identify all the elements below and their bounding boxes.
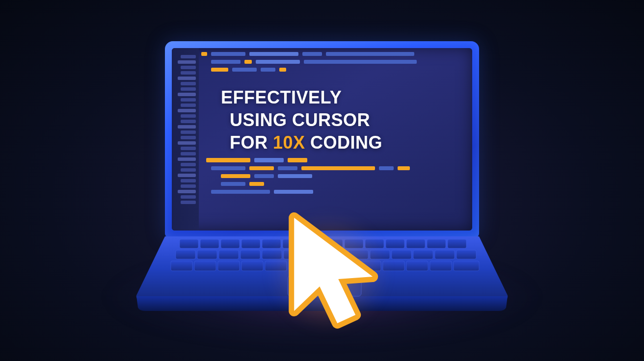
- svg-rect-10: [386, 239, 404, 248]
- cursor-pointer-icon: [274, 208, 382, 337]
- title-line-1: EFFECTIVELY: [221, 86, 382, 109]
- svg-rect-1: [200, 239, 219, 248]
- svg-rect-15: [197, 250, 217, 259]
- title-line-3: FOR 10X CODING: [221, 131, 382, 154]
- title-line-3-suffix: CODING: [305, 132, 383, 153]
- svg-rect-31: [242, 261, 263, 271]
- svg-rect-40: [454, 261, 479, 271]
- svg-rect-29: [194, 261, 216, 271]
- svg-rect-11: [406, 239, 425, 248]
- title-line-2: USING CURSOR: [221, 109, 382, 131]
- title-accent-10x: 10X: [273, 132, 305, 153]
- svg-rect-0: [180, 239, 198, 248]
- svg-rect-16: [219, 250, 239, 259]
- laptop-screen: EFFECTIVELY USING CURSOR FOR 10X CODING: [172, 48, 472, 231]
- svg-rect-25: [413, 250, 433, 259]
- svg-rect-30: [218, 261, 240, 271]
- svg-rect-38: [406, 261, 428, 271]
- code-gutter: [172, 48, 199, 231]
- svg-rect-39: [430, 261, 452, 271]
- laptop-illustration: EFFECTIVELY USING CURSOR FOR 10X CODING: [145, 41, 499, 310]
- svg-rect-2: [221, 239, 240, 248]
- svg-rect-26: [435, 250, 455, 259]
- svg-rect-27: [456, 250, 476, 259]
- svg-rect-3: [242, 239, 260, 248]
- svg-rect-28: [171, 261, 192, 271]
- hero-title: EFFECTIVELY USING CURSOR FOR 10X CODING: [221, 86, 382, 154]
- title-line-3-prefix: FOR: [230, 132, 273, 153]
- svg-rect-14: [176, 250, 195, 259]
- svg-rect-12: [427, 239, 446, 248]
- svg-rect-13: [448, 239, 466, 248]
- svg-rect-17: [241, 250, 260, 259]
- svg-rect-24: [392, 250, 411, 259]
